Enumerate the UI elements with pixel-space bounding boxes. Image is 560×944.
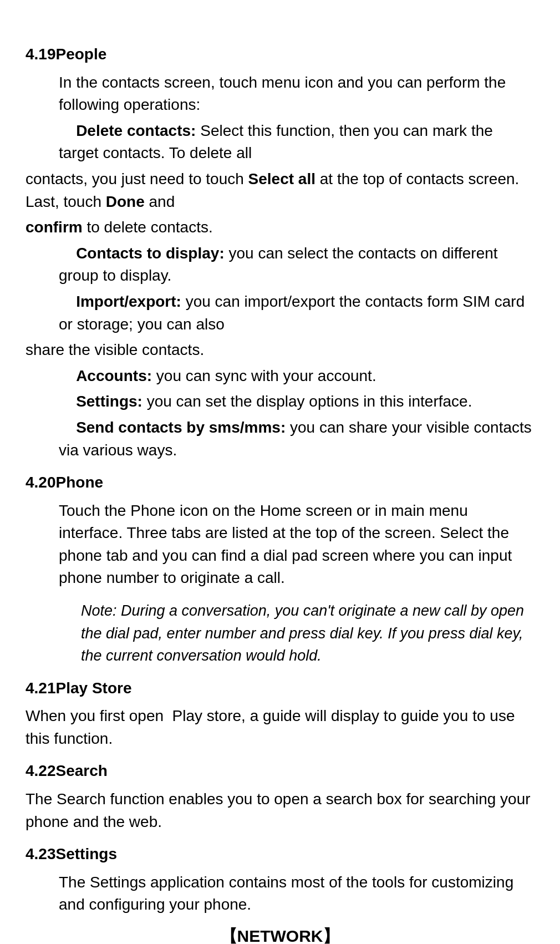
heading-4-19: 4.19People [26, 43, 534, 66]
para-4-19-accounts: Accounts: you can sync with your account… [26, 365, 534, 388]
bold-confirm: confirm [26, 219, 83, 236]
para-4-19-confirm: confirm to delete contacts. [26, 216, 534, 239]
para-4-22-1: The Search function enables you to open … [26, 788, 534, 833]
note-4-20: Note: During a conversation, you can't o… [26, 600, 534, 667]
section-4-22: 4.22Search The Search function enables y… [26, 760, 534, 833]
page: 4.19People In the contacts screen, touch… [0, 0, 560, 944]
note-text: Note: During a conversation, you can't o… [81, 602, 524, 664]
heading-4-21: 4.21Play Store [26, 677, 534, 700]
section-4-23: 4.23Settings The Settings application co… [26, 843, 534, 944]
bold-delete-contacts: Delete contacts: [76, 122, 196, 139]
section-4-20: 4.20Phone Touch the Phone icon on the Ho… [26, 471, 534, 667]
heading-4-22: 4.22Search [26, 760, 534, 783]
para-4-19-delete: Delete contacts: Select this function, t… [26, 120, 534, 165]
bold-accounts: Accounts: [76, 367, 152, 384]
bold-done: Done [106, 193, 145, 210]
network-heading: 【NETWORK】 [26, 924, 534, 944]
para-4-19-delete-cont: contacts, you just need to touch Select … [26, 168, 534, 213]
para-4-19-import-export-cont: share the visible contacts. [26, 339, 534, 362]
section-4-21: 4.21Play Store When you first open Play … [26, 677, 534, 750]
bold-select-all: Select all [248, 170, 315, 187]
para-4-19-1: In the contacts screen, touch menu icon … [26, 72, 534, 116]
bold-settings-label: Settings: [76, 393, 142, 410]
para-4-21-1: When you first open Play store, a guide … [26, 705, 534, 750]
para-4-20-1: Touch the Phone icon on the Home screen … [26, 500, 534, 590]
heading-4-20: 4.20Phone [26, 471, 534, 494]
heading-4-23: 4.23Settings [26, 843, 534, 866]
para-4-19-settings: Settings: you can set the display option… [26, 390, 534, 413]
bold-import-export: Import/export: [76, 293, 181, 310]
para-4-23-1: The Settings application contains most o… [26, 871, 534, 916]
para-4-19-import-export: Import/export: you can import/export the… [26, 291, 534, 336]
para-4-19-send-contacts: Send contacts by sms/mms: you can share … [26, 417, 534, 461]
section-4-19: 4.19People In the contacts screen, touch… [26, 43, 534, 461]
bold-send-contacts: Send contacts by sms/mms: [76, 419, 286, 436]
para-4-19-contacts-display: Contacts to display: you can select the … [26, 242, 534, 287]
bold-contacts-display: Contacts to display: [76, 245, 225, 262]
